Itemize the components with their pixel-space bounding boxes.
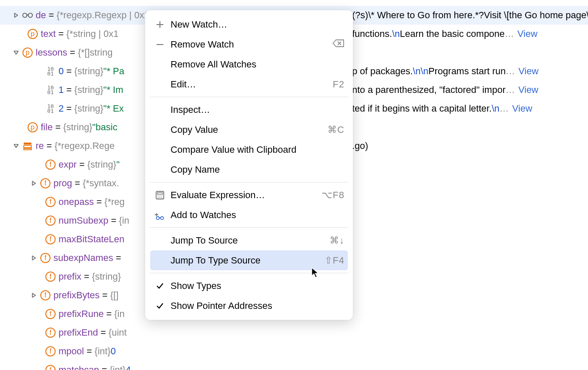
f-icon: f — [45, 364, 56, 370]
glasses-icon — [22, 10, 33, 21]
tree-row[interactable]: fmatchcap={int} 4 — [0, 361, 588, 370]
menu-item-evaluate-expression[interactable]: Evaluate Expression…⌥F8 — [145, 185, 353, 205]
menu-label: Remove All Watches — [171, 59, 344, 70]
variable-name: de — [36, 10, 46, 21]
check-icon — [154, 280, 166, 292]
svg-point-7 — [158, 196, 159, 196]
menu-item-add-to-watches[interactable]: Add to Watches — [145, 205, 353, 225]
type-info: {*reg — [104, 196, 125, 207]
svg-point-10 — [158, 197, 159, 198]
type-info: {in — [119, 215, 129, 226]
menu-label: Jump To Type Source — [171, 255, 325, 266]
menu-label: Jump To Source — [171, 235, 330, 246]
svg-point-1 — [28, 13, 33, 17]
variable-name: maxBitStateLen — [59, 234, 124, 245]
variable-name: matchcap — [59, 364, 99, 370]
expand-arrow-icon[interactable] — [30, 291, 38, 300]
type-info: {string} — [92, 271, 121, 282]
view-link[interactable]: View — [512, 103, 532, 114]
menu-item-show-pointer-addresses[interactable]: Show Pointer Addresses — [145, 296, 353, 316]
type-info: {uint — [109, 327, 127, 338]
variable-name: lessons — [36, 47, 67, 58]
binary-icon: 1001 — [45, 66, 56, 77]
svg-point-11 — [160, 197, 160, 198]
expand-arrow-icon[interactable] — [30, 254, 38, 262]
menu-item-remove-watch[interactable]: Remove Watch — [145, 34, 353, 54]
f-icon: f — [45, 271, 56, 282]
menu-shortcut: ⌥F8 — [322, 190, 344, 201]
menu-item-show-types[interactable]: Show Types — [145, 276, 353, 296]
menu-separator — [149, 227, 349, 228]
f-icon: f — [45, 308, 56, 320]
expand-arrow-icon[interactable] — [30, 179, 38, 188]
stack-icon — [22, 140, 33, 151]
type-info: {*[]string — [78, 47, 112, 58]
menu-separator — [149, 97, 349, 97]
value-preview: .go) — [352, 140, 368, 151]
menu-item-copy-value[interactable]: xCopy Value⌘C — [145, 120, 353, 140]
menu-item-jump-to-source[interactable]: xJump To Source⌘↓ — [145, 230, 353, 250]
expand-arrow-icon[interactable] — [12, 142, 20, 150]
menu-shortcut: ⌘↓ — [330, 235, 344, 246]
f-icon: f — [40, 178, 51, 189]
glasses-plus-icon — [154, 209, 166, 221]
menu-label: Evaluate Expression… — [171, 190, 322, 201]
number-value: 0 — [111, 346, 116, 357]
menu-label: Copy Name — [171, 164, 344, 175]
variable-name: file — [41, 122, 53, 133]
menu-item-new-watch[interactable]: New Watch… — [145, 14, 353, 34]
svg-rect-6 — [157, 193, 162, 194]
binary-icon: 1001 — [45, 103, 56, 114]
variable-name: prog — [53, 178, 72, 189]
value-preview: functions.\nLearn the basic compone — [352, 28, 505, 39]
type-info: {string} — [87, 159, 117, 170]
variable-name: onepass — [59, 196, 94, 207]
svg-point-13 — [157, 216, 160, 219]
menu-shortcut-icon — [333, 39, 344, 50]
string-value: "* Pa — [104, 66, 124, 77]
view-link[interactable]: View — [518, 84, 538, 95]
type-info: {*regexp.Rege — [54, 140, 115, 151]
menu-label: Show Pointer Addresses — [171, 300, 344, 311]
menu-item-remove-all-watches[interactable]: xRemove All Watches — [145, 54, 353, 74]
f-icon: f — [45, 215, 56, 226]
tree-row[interactable]: fprefixEnd={uint — [0, 323, 588, 342]
menu-label: Add to Watches — [171, 210, 344, 221]
f-icon: f — [45, 159, 56, 170]
type-info: {string} — [74, 84, 104, 95]
view-link[interactable]: View — [518, 28, 538, 39]
mouse-cursor — [311, 267, 320, 281]
value-preview: ted if it begins with a capital letter.\… — [352, 103, 499, 114]
variable-name: mpool — [59, 346, 84, 357]
expand-arrow-icon[interactable] — [12, 11, 20, 20]
menu-item-compare-value-with-clipboard[interactable]: xCompare Value with Clipboard — [145, 140, 353, 160]
variable-name: prefixBytes — [53, 290, 100, 301]
menu-item-copy-name[interactable]: xCopy Name — [145, 160, 353, 179]
variable-name: subexpNames — [53, 252, 113, 263]
menu-label: Edit… — [171, 79, 333, 90]
p-icon: p — [27, 122, 38, 133]
string-value: "* Ex — [104, 103, 124, 114]
string-value: " — [116, 159, 120, 170]
type-info: {int} — [109, 364, 126, 370]
type-info: {string} — [74, 103, 104, 114]
f-icon: f — [45, 234, 56, 245]
value-preview: nto a parenthesized, "factored" impor — [352, 84, 506, 95]
svg-point-0 — [23, 13, 27, 17]
menu-item-edit[interactable]: xEdit…F2 — [145, 74, 353, 94]
svg-point-14 — [161, 216, 164, 219]
expand-arrow-icon[interactable] — [12, 48, 20, 57]
variable-name: prefix — [59, 271, 81, 282]
calc-icon — [154, 189, 166, 202]
menu-label: New Watch… — [171, 19, 344, 30]
tree-row[interactable]: fmpool={int} 0 — [0, 342, 588, 361]
view-link[interactable]: View — [518, 66, 538, 76]
menu-shortcut: ⇧F4 — [325, 255, 344, 266]
string-value: "* Im — [104, 84, 123, 95]
menu-item-inspect[interactable]: xInspect… — [145, 100, 353, 120]
value-preview: p of packages.\n\nPrograms start run — [352, 66, 506, 76]
svg-rect-4 — [24, 149, 31, 150]
menu-separator — [149, 182, 349, 182]
variable-name: numSubexp — [59, 215, 108, 226]
variable-index: 2 — [59, 103, 64, 114]
